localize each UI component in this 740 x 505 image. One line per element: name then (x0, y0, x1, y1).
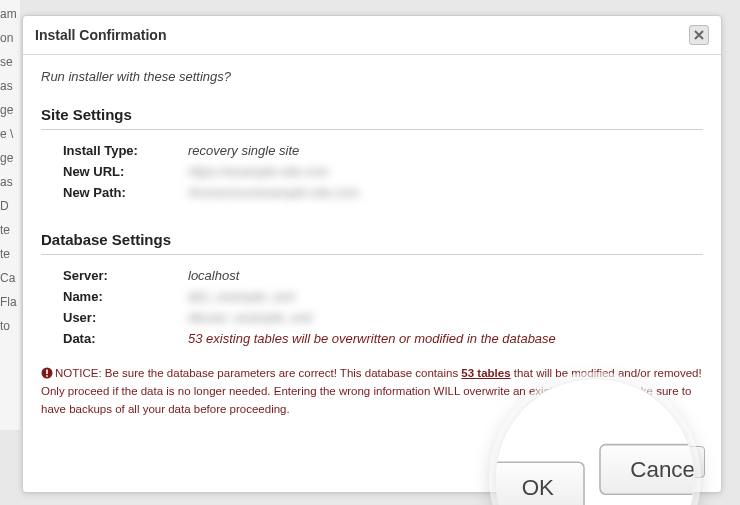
background-line: e \ (0, 122, 20, 146)
db-setting-value: db1_example_wrd (188, 289, 294, 304)
cancel-button[interactable]: Cancel (623, 446, 705, 478)
notice-table-count-link[interactable]: 53 tables (461, 367, 510, 379)
background-line: Ca (0, 266, 20, 290)
db-setting-label: User: (63, 310, 188, 325)
background-line: am (0, 2, 20, 26)
site-setting-label: Install Type: (63, 143, 188, 158)
background-line: on (0, 26, 20, 50)
background-list: amonseasgee \geas DteteCaFlato (0, 0, 20, 430)
db-setting-label: Server: (63, 268, 188, 283)
background-line: ge (0, 146, 20, 170)
background-line: D (0, 194, 20, 218)
site-setting-label: New URL: (63, 164, 188, 179)
prompt-text: Run installer with these settings? (41, 69, 703, 84)
notice-prefix: NOTICE: Be sure the database parameters … (55, 367, 461, 379)
site-settings-table: Install Type:recovery single siteNew URL… (63, 140, 703, 203)
site-setting-label: New Path: (63, 185, 188, 200)
db-setting-row: Server:localhost (63, 265, 703, 286)
dialog-footer: OK Cancel (23, 436, 721, 492)
ok-button[interactable]: OK (556, 446, 614, 478)
notice-text: NOTICE: Be sure the database parameters … (41, 365, 703, 418)
db-setting-row: User:dbuser_example_wrd (63, 307, 703, 328)
dialog-titlebar: Install Confirmation (23, 16, 721, 55)
db-setting-value: dbuser_example_wrd (188, 310, 312, 325)
db-setting-label: Name: (63, 289, 188, 304)
warning-icon (41, 367, 53, 379)
db-setting-value: localhost (188, 268, 239, 283)
background-line: Fla (0, 290, 20, 314)
db-setting-row: Data:53 existing tables will be overwrit… (63, 328, 703, 349)
site-settings-heading: Site Settings (41, 106, 703, 130)
site-setting-row: New Path:/home/xxxx/example-site.com (63, 182, 703, 203)
db-setting-label: Data: (63, 331, 188, 346)
background-line: as (0, 74, 20, 98)
close-button[interactable] (689, 25, 709, 45)
svg-rect-1 (46, 370, 48, 375)
background-line: to (0, 314, 20, 338)
close-icon (694, 30, 704, 40)
site-setting-row: Install Type:recovery single site (63, 140, 703, 161)
background-line: as (0, 170, 20, 194)
install-confirmation-dialog: Install Confirmation Run installer with … (22, 15, 722, 493)
background-line: te (0, 218, 20, 242)
dialog-title: Install Confirmation (35, 27, 166, 43)
db-setting-value: 53 existing tables will be overwritten o… (188, 331, 556, 346)
svg-rect-2 (46, 375, 48, 377)
database-settings-heading: Database Settings (41, 231, 703, 255)
site-setting-row: New URL:https://example-site.com (63, 161, 703, 182)
site-setting-value: /home/xxxx/example-site.com (188, 185, 359, 200)
background-line: te (0, 242, 20, 266)
site-setting-value: recovery single site (188, 143, 299, 158)
background-line: se (0, 50, 20, 74)
database-settings-table: Server:localhostName:db1_example_wrdUser… (63, 265, 703, 349)
site-setting-value: https://example-site.com (188, 164, 329, 179)
db-setting-row: Name:db1_example_wrd (63, 286, 703, 307)
background-line: ge (0, 98, 20, 122)
dialog-body: Run installer with these settings? Site … (23, 55, 721, 436)
